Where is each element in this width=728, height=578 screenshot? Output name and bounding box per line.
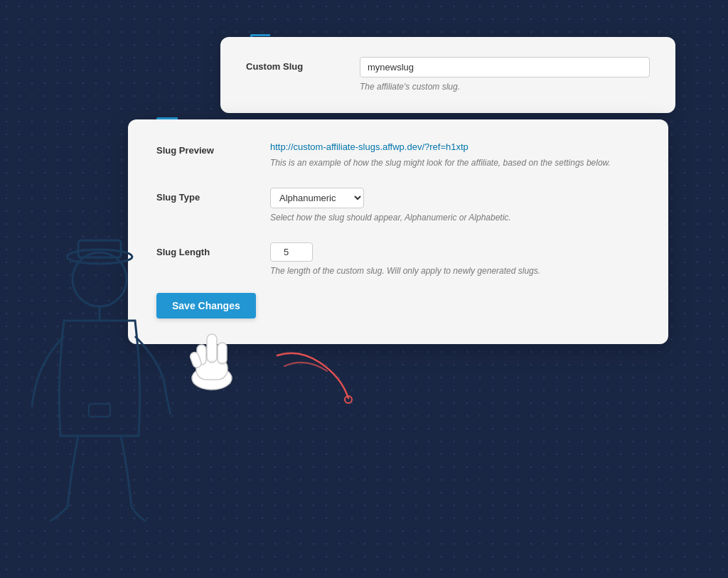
custom-slug-row: Custom Slug The affiliate's custom slug. xyxy=(246,57,650,93)
slug-preview-url: http://custom-affiliate-slugs.affwp.dev/… xyxy=(270,141,640,154)
slug-type-select[interactable]: Alphanumeric Alphabetic xyxy=(270,188,364,208)
svg-point-0 xyxy=(73,252,127,306)
slug-length-number-wrap xyxy=(270,242,640,262)
svg-rect-7 xyxy=(207,334,217,363)
character-illustration xyxy=(14,237,185,535)
slug-length-input[interactable] xyxy=(270,242,313,262)
custom-slug-description: The affiliate's custom slug. xyxy=(360,81,650,93)
slug-preview-content: http://custom-affiliate-slugs.affwp.dev/… xyxy=(270,141,640,169)
slug-length-content: The length of the custom slug. Will only… xyxy=(270,242,640,277)
slug-type-description: Select how the slug should appear, Alpha… xyxy=(270,212,640,224)
svg-rect-8 xyxy=(218,343,227,364)
slug-length-description: The length of the custom slug. Will only… xyxy=(270,265,640,277)
slug-preview-row: Slug Preview http://custom-affiliate-slu… xyxy=(156,141,640,169)
cursor-hand-icon xyxy=(183,327,240,391)
slug-preview-description: This is an example of how the slug might… xyxy=(270,157,640,169)
slug-preview-label: Slug Preview xyxy=(156,141,270,156)
scene-container: Custom Slug The affiliate's custom slug.… xyxy=(0,0,728,578)
custom-slug-input[interactable] xyxy=(360,57,650,77)
slug-type-row: Slug Type Alphanumeric Alphabetic Select… xyxy=(156,188,640,224)
slug-settings-card: Slug Preview http://custom-affiliate-slu… xyxy=(128,119,668,344)
slug-type-content: Alphanumeric Alphabetic Select how the s… xyxy=(270,188,640,224)
custom-slug-card: Custom Slug The affiliate's custom slug. xyxy=(220,37,675,113)
decorative-swirl xyxy=(270,341,363,412)
slug-type-label: Slug Type xyxy=(156,188,270,203)
custom-slug-label: Custom Slug xyxy=(246,57,360,72)
slug-length-row: Slug Length The length of the custom slu… xyxy=(156,242,640,277)
svg-rect-4 xyxy=(89,404,110,417)
custom-slug-field-content: The affiliate's custom slug. xyxy=(360,57,650,93)
